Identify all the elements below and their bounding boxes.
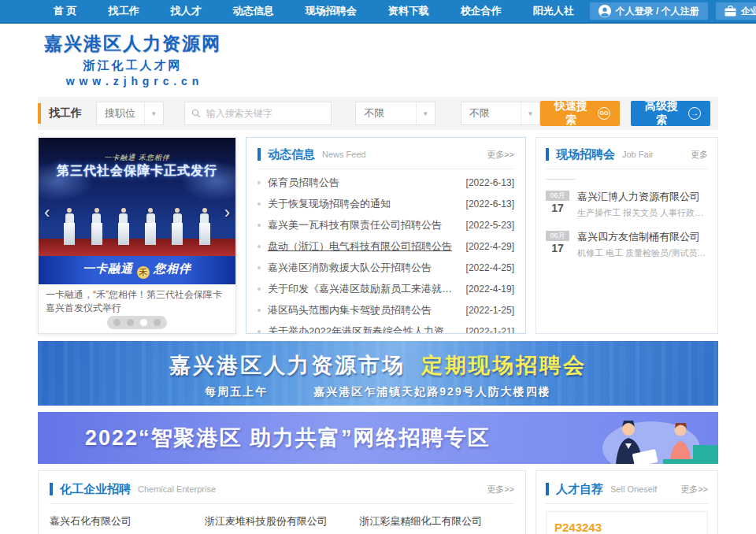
he-coin-icon: 禾 bbox=[137, 266, 150, 279]
search-icon bbox=[191, 109, 201, 118]
talent-subtitle: Sell Oneself bbox=[610, 484, 657, 494]
nav-item-sunshine-hr[interactable]: 阳光人社 bbox=[517, 4, 590, 18]
chemical-enterprise-title: 化工企业招聘 bbox=[60, 482, 131, 497]
news-item[interactable]: 嘉兴美一瓦科技有限责任公司招聘公告[2022-5-23] bbox=[258, 214, 514, 235]
carousel-slide-photo[interactable]: 一卡融通 禾您相伴 第三代社会保障卡正式发行 一卡融通禾您相伴 ‹ › bbox=[39, 138, 235, 284]
keyword-search-field[interactable] bbox=[184, 102, 332, 125]
person-icon bbox=[598, 5, 611, 17]
chemical-enterprise-subtitle: Chemical Enterprise bbox=[138, 484, 216, 494]
news-item[interactable]: 关于恢复现场招聘会的通知[2022-6-13] bbox=[258, 193, 514, 214]
talent-header: 人才自荐 Sell Oneself 更多>> bbox=[546, 477, 708, 501]
people-illustration bbox=[569, 412, 718, 464]
main-content-row: 一卡融通 禾您相伴 第三代社会保障卡正式发行 一卡融通禾您相伴 ‹ › 一卡融通… bbox=[38, 137, 718, 334]
carousel-next-icon[interactable]: › bbox=[224, 204, 230, 221]
carousel-dot[interactable] bbox=[113, 319, 120, 326]
carousel-caption[interactable]: 一卡融通，“禾”您相伴！第三代社会保障卡嘉兴首发仪式举行 bbox=[39, 284, 235, 314]
site-logo[interactable]: 嘉兴港区人力资源网 浙江化工人才网 w w w . z j h g r c . … bbox=[38, 32, 221, 87]
nav-item-home[interactable]: 首 页 bbox=[38, 4, 93, 18]
enterprise-entry-button[interactable]: 企业入口 bbox=[716, 2, 756, 20]
company-item[interactable]: 浙江彩皇精细化工有限公司 普工（制造科） 营业担当 bbox=[359, 514, 514, 534]
banner2-title: 2022“智聚港区 助力共富”网络招聘专区 bbox=[38, 424, 491, 452]
nav-item-news[interactable]: 动态信息 bbox=[217, 4, 290, 18]
talent-id: P243243 bbox=[554, 521, 699, 534]
go-circle-icon: GO bbox=[598, 107, 610, 120]
job-type-select[interactable]: 搜职位 ▼ bbox=[96, 102, 164, 125]
banner1-title-yellow: 定期现场招聘会 bbox=[421, 354, 587, 377]
chemical-company-list: 嘉兴石化有限公司 工艺员 设备管理 警卫（残疾工） 浙江麦堆科技股份有限公司 销… bbox=[50, 514, 514, 534]
banner-text-right: 您相伴 bbox=[154, 261, 191, 275]
talent-card[interactable]: P243243 男 ｜ 嘉兴市→嘉兴港区 ｜ 八年以上 bbox=[546, 511, 708, 534]
stage-banner: 一卡融通禾您相伴 bbox=[39, 256, 235, 284]
search-input[interactable] bbox=[205, 107, 325, 120]
news-item[interactable]: 关于举办2022年港区新春综合性人力资源暨春风...[2022-1-21] bbox=[258, 321, 514, 334]
banner-text-left: 一卡融通 bbox=[83, 261, 133, 275]
banner1-schedule: 每周五上午 bbox=[205, 385, 268, 398]
job-fair-item[interactable]: 06月 17 嘉兴汇博人力资源有限公司 生产操作工 报关文员 人事行政助理... bbox=[546, 191, 708, 219]
nav-item-job-fair[interactable]: 现场招聘会 bbox=[290, 4, 372, 18]
job-fair-item[interactable]: 06月 17 嘉兴四方友信制桶有限公司 机修工 电工 质量检验员/测试员 叉车.… bbox=[546, 231, 708, 259]
carousel-prev-icon[interactable]: ‹ bbox=[44, 204, 50, 221]
filter-select-1[interactable]: 不限 ▼ bbox=[355, 102, 435, 125]
talent-title: 人才自荐 bbox=[556, 482, 603, 497]
filter-select-2[interactable]: 不限 ▼ bbox=[461, 102, 540, 125]
date-badge: 06月 17 bbox=[546, 231, 569, 259]
carousel-dot[interactable] bbox=[154, 319, 161, 326]
personal-login-button[interactable]: 个人登录 / 个人注册 bbox=[590, 2, 708, 20]
news-list: 保育员招聘公告[2022-6-13] 关于恢复现场招聘会的通知[2022-6-1… bbox=[258, 172, 514, 334]
divider bbox=[258, 169, 514, 169]
divider bbox=[50, 503, 514, 504]
bullet-icon bbox=[258, 266, 261, 269]
job-fair-banner[interactable]: 嘉兴港区人力资源市场定期现场招聘会 每周五上午嘉兴港区乍浦镇天妃路929号人防大… bbox=[38, 341, 718, 406]
carousel-pagination bbox=[107, 316, 167, 329]
chevron-down-icon: ▼ bbox=[521, 102, 539, 124]
bullet-icon bbox=[258, 330, 261, 333]
company-item[interactable]: 嘉兴石化有限公司 工艺员 设备管理 警卫（残疾工） bbox=[50, 514, 205, 534]
job-fair-title: 现场招聘会 bbox=[556, 147, 615, 162]
company-item[interactable]: 浙江麦堆科技股份有限公司 销售专员 会计 土建主管 bbox=[205, 514, 360, 534]
slide-deco-text: 一卡融通 禾您相伴 bbox=[39, 153, 235, 163]
nav-item-find-job[interactable]: 找工作 bbox=[93, 4, 155, 18]
quick-search-button[interactable]: 快速搜索 GO bbox=[540, 101, 620, 126]
news-item[interactable]: 关于印发《嘉兴港区鼓励新员工来港就业补助操作...[2022-4-19] bbox=[258, 278, 514, 299]
job-fair-panel: 现场招聘会 Job Fair 更多 06月 17 嘉兴汇博人力资源有限公司 生产… bbox=[536, 137, 718, 334]
section-accent-bar bbox=[546, 148, 549, 161]
job-fair-positions: 生产操作工 报关文员 人事行政助理... bbox=[577, 207, 708, 219]
person-at-podium bbox=[91, 208, 102, 245]
nav-item-downloads[interactable]: 资料下载 bbox=[372, 4, 445, 18]
job-type-select-value: 搜职位 bbox=[97, 106, 144, 121]
section-accent-bar bbox=[50, 483, 53, 495]
news-feed-panel: 动态信息 News Feed 更多>> 保育员招聘公告[2022-6-13] 关… bbox=[246, 137, 526, 334]
section-accent-bar bbox=[546, 483, 549, 495]
advanced-search-label: 高级搜索 bbox=[640, 99, 683, 128]
advanced-search-button[interactable]: 高级搜索 → bbox=[631, 101, 710, 126]
site-url: w w w . z j h g r c . c n bbox=[44, 75, 221, 87]
job-search-bar: 找工作 搜职位 ▼ 不限 ▼ 不限 ▼ 快速搜索 GO 高级搜索 → bbox=[38, 97, 718, 130]
job-fair-header: 现场招聘会 Job Fair 更多 bbox=[546, 143, 708, 166]
news-item[interactable]: 盘动（浙江）电气科技有限公司招聘公告[2022-4-29] bbox=[258, 235, 514, 257]
news-item[interactable]: 嘉兴港区消防救援大队公开招聘公告[2022-4-25] bbox=[258, 257, 514, 278]
site-subtitle: 浙江化工人才网 bbox=[44, 58, 221, 73]
job-fair-more-link[interactable]: 更多 bbox=[691, 149, 708, 161]
bullet-icon bbox=[258, 224, 261, 227]
quick-search-label: 快速搜索 bbox=[550, 99, 592, 128]
chevron-down-icon: ▼ bbox=[416, 102, 435, 124]
news-feed-subtitle: News Feed bbox=[322, 150, 366, 159]
news-item[interactable]: 港区码头范围内集卡驾驶员招聘公告[2022-1-25] bbox=[258, 299, 514, 321]
search-accent-bar bbox=[38, 103, 41, 124]
nav-item-school-cooperation[interactable]: 校企合作 bbox=[445, 4, 517, 18]
bullet-icon bbox=[258, 202, 261, 206]
nav-item-find-talent[interactable]: 找人才 bbox=[155, 4, 217, 18]
news-more-link[interactable]: 更多>> bbox=[487, 149, 514, 161]
carousel-dot[interactable] bbox=[127, 319, 134, 326]
online-recruitment-banner[interactable]: 2022“智聚港区 助力共富”网络招聘专区 bbox=[38, 412, 718, 464]
divider bbox=[546, 503, 708, 504]
personal-login-label: 个人登录 / 个人注册 bbox=[616, 5, 699, 18]
talent-more-link[interactable]: 更多>> bbox=[680, 484, 708, 495]
news-item[interactable]: 保育员招聘公告[2022-6-13] bbox=[258, 172, 514, 193]
chevron-down-icon: ▼ bbox=[144, 102, 163, 124]
carousel-dot-active[interactable] bbox=[140, 319, 147, 326]
news-carousel[interactable]: 一卡融通 禾您相伴 第三代社会保障卡正式发行 一卡融通禾您相伴 ‹ › 一卡融通… bbox=[38, 137, 236, 334]
site-title: 嘉兴港区人力资源网 bbox=[44, 32, 221, 56]
chemical-more-link[interactable]: 更多>> bbox=[487, 484, 514, 495]
filter-select-1-value: 不限 bbox=[356, 106, 415, 121]
